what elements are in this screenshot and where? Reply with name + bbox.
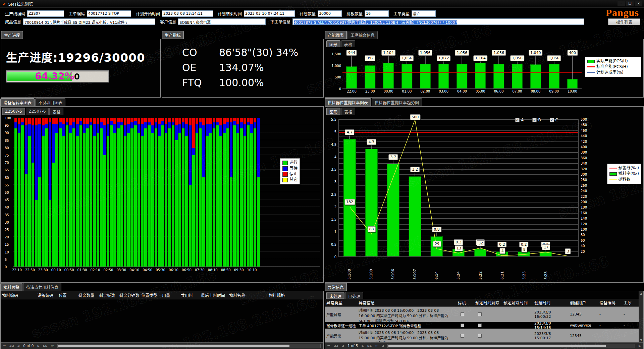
material-hscrollbar[interactable] xyxy=(57,344,321,348)
runrate-legend-item-1: 等待 xyxy=(282,166,298,171)
progress-text: 生产进度:19296/30000 xyxy=(6,49,160,65)
abnormal-hscroll-thumb[interactable] xyxy=(388,345,606,347)
tab-feeder-0[interactable]: 供料器位置抛料率图表 xyxy=(325,98,371,106)
tab-material-1[interactable]: 待清点共用料信息 xyxy=(23,283,61,291)
next-order-info-input[interactable]: 40017875-S-ALL \ 70010937(贴片半成品，120CNL-1… xyxy=(292,18,584,25)
feeder-checkbox-A[interactable]: ✓A xyxy=(515,118,524,122)
material-pager-prev-2[interactable]: ◀ xyxy=(16,344,20,348)
tab-abnormal-info[interactable]: 异常信息 xyxy=(325,283,347,291)
subtab-runrate-1[interactable]: Z2S07-6 xyxy=(26,108,49,115)
plan-quantity-input[interactable]: 30000 xyxy=(318,10,342,17)
abnormal-hscrollbar[interactable] xyxy=(387,344,635,348)
abnormal-pager-prev-1[interactable]: ◀◀ xyxy=(332,344,339,348)
maximize-button[interactable]: ❐ xyxy=(626,1,634,6)
runrate-bar-24-seg-停止 xyxy=(97,118,99,124)
subtab-capacity-0[interactable]: 图形 xyxy=(326,40,340,47)
abnormal-hscroll-right[interactable]: ▶ xyxy=(638,344,642,348)
action-list-button[interactable]: 操作列表 xyxy=(608,18,640,25)
panel-quantity-input[interactable]: 16 xyxy=(365,10,389,17)
subtab-runrate-2[interactable]: 表格 xyxy=(49,108,63,115)
abnormal-cell xyxy=(502,307,533,322)
customer-info-input[interactable]: SOSEN \ 崧盛电源 xyxy=(178,18,266,25)
runrate-bar-39 xyxy=(148,118,150,267)
abnormal-pager-next-1[interactable]: ▶▶ xyxy=(366,344,373,348)
stop-checkbox[interactable] xyxy=(478,324,482,327)
tab-capacity-0[interactable]: 产能图表 xyxy=(325,31,347,39)
capacity-tag-connector xyxy=(425,55,425,64)
stop-checkbox[interactable] xyxy=(461,334,464,338)
feeder-rate-connector xyxy=(350,135,350,139)
material-pager-next-1[interactable]: ▶▶ xyxy=(42,344,49,348)
runrate-bar-36 xyxy=(138,118,140,267)
tab-production-metrics[interactable]: 生产指标 xyxy=(162,31,184,39)
tab-capacity-1[interactable]: 工序综合信息 xyxy=(347,31,378,39)
runrate-bar-69-seg-运行 xyxy=(250,133,253,267)
minimize-button[interactable]: – xyxy=(618,1,625,6)
abnormal-pager-prev-0[interactable]: ⏮ xyxy=(326,344,331,348)
runrate-bar-0-seg-停止 xyxy=(14,118,17,122)
feeder-checkbox-B[interactable]: ✓B xyxy=(532,118,541,122)
abnormal-col-8: 工序 xyxy=(622,299,639,306)
checkbox-icon[interactable]: ✓ xyxy=(550,118,554,122)
runrate-bar-15-seg-运行 xyxy=(66,125,68,267)
stop-checkbox[interactable] xyxy=(478,312,482,316)
abnormal-row-2[interactable]: 产能异常时间区间 2023-03-08 14:00:00 - 2023-03-0… xyxy=(325,329,639,343)
abnormal-col-5: 创建时间 xyxy=(533,299,569,306)
abnormal-row-0[interactable]: 产能异常时间区间 2023-03-08 15:00:00 - 2023-03-0… xyxy=(325,307,639,322)
runrate-bar-56 xyxy=(206,118,209,267)
subtab-runrate-0[interactable]: Z2S07-5 xyxy=(2,108,25,115)
feeder-xtick-1: 5:109 xyxy=(360,259,382,280)
material-pager-next-0[interactable]: ▶ xyxy=(36,344,41,348)
subtab-abnormal-0[interactable]: 未处理 xyxy=(326,292,344,299)
abnormal-cell: - xyxy=(622,329,639,343)
stop-checkbox[interactable] xyxy=(461,324,464,327)
abnormal-pager-next-2[interactable]: ⏭ xyxy=(374,344,379,348)
runrate-bar-27-seg-等待 xyxy=(107,124,109,136)
subtab-feeder-1[interactable]: 表格 xyxy=(341,108,355,115)
feeder-rtick-440: 440 xyxy=(581,134,587,138)
runrate-ytick-75: 75 xyxy=(5,154,9,157)
material-pager-next-2[interactable]: ⏭ xyxy=(50,344,55,348)
legend-label: 计划达成率(%) xyxy=(596,70,624,75)
abnormal-pager-prev-2[interactable]: ◀ xyxy=(340,344,345,348)
legend-item-0: 预警线(‰) xyxy=(609,165,639,171)
stop-checkbox[interactable] xyxy=(461,312,464,316)
plan-start-time-input[interactable]: 2023-03-08 13:14:11 xyxy=(162,10,213,17)
feeder-checkbox-C[interactable]: ✓C xyxy=(550,118,558,122)
feeder-ltick-3: 3 xyxy=(334,180,336,184)
checkbox-icon[interactable]: ✓ xyxy=(515,118,520,122)
runrate-bar-62-seg-停止 xyxy=(226,118,229,122)
abnormal-pager: ⏮◀◀◀1 of 5▶▶▶⏭◀▶ xyxy=(325,342,643,349)
material-col-11: 物料规格 xyxy=(267,291,323,299)
abnormal-cell: 12345 xyxy=(569,329,598,343)
tab-material-0[interactable]: 接料预警 xyxy=(0,283,22,291)
subtab-abnormal-1[interactable]: 已处理 xyxy=(345,292,363,299)
close-button[interactable]: ✕ xyxy=(635,1,642,6)
order-type-input[interactable]: 量产 xyxy=(412,10,436,17)
abnormal-pager-next-0[interactable]: ▶ xyxy=(361,344,365,348)
runrate-bar-66-seg-停止 xyxy=(240,118,243,122)
plan-end-time-input[interactable]: 2023-03-10 07:24:11 xyxy=(244,10,295,17)
tab-runrate-0[interactable]: 设备运转率图表 xyxy=(0,98,35,106)
checkbox-icon[interactable]: ✓ xyxy=(532,118,537,122)
tab-production-progress[interactable]: 生产进度 xyxy=(1,31,23,39)
work-order-code-input[interactable]: 40017712-S-TOP xyxy=(87,10,131,17)
subtab-capacity-1[interactable]: 表格 xyxy=(341,40,355,47)
abnormal-hscroll-left[interactable]: ◀ xyxy=(380,344,385,348)
material-pager-prev-1[interactable]: ◀◀ xyxy=(8,344,15,348)
material-pager-prev-0[interactable]: ⏮ xyxy=(2,344,7,348)
abnormal-row-1[interactable]: 锡膏板未逐一巡检工单 40017712-S-TOP 锡膏板未巡检2023/3/8… xyxy=(325,322,639,329)
tab-feeder-1[interactable]: 供料器位置抛料率趋势图 xyxy=(372,98,422,106)
runrate-bar-66-seg-运行 xyxy=(240,128,243,267)
material-hscroll-thumb[interactable] xyxy=(58,345,289,347)
stop-checkbox[interactable] xyxy=(478,334,482,338)
production-line-code-input[interactable]: Z2S07 xyxy=(27,10,64,17)
product-info-input[interactable]: 70010914-01 \ 贴片半成品,SS-DIM23,调光小板，V11软件 … xyxy=(23,18,155,25)
tab-runrate-1[interactable]: 不良项目图表 xyxy=(35,98,65,106)
runrate-bar-47-seg-等待 xyxy=(175,125,178,140)
runrate-bar-68-seg-运行 xyxy=(247,125,250,267)
runrate-bar-34-seg-等待 xyxy=(130,122,133,128)
subtab-feeder-0[interactable]: 图形 xyxy=(326,108,340,115)
abnormal-vertical-scrollbar[interactable]: ▲▼ xyxy=(639,291,643,342)
runrate-bar-21-seg-等待 xyxy=(86,124,89,128)
